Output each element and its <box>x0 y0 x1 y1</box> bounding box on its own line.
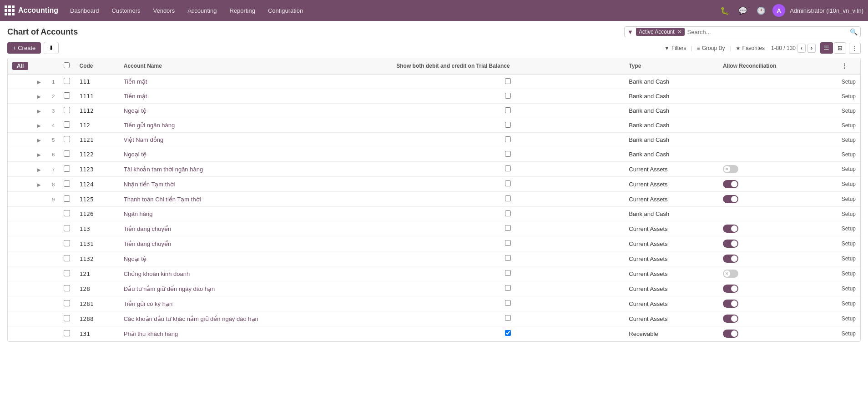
account-name[interactable]: Tiền mặt <box>119 89 392 104</box>
reconcile-toggle[interactable]: ✓ <box>723 255 738 263</box>
account-name[interactable]: Tiền đang chuyển <box>119 236 392 251</box>
select-all-checkbox[interactable] <box>64 62 70 68</box>
account-name[interactable]: Tài khoản tạm thời ngân hàng <box>119 162 392 177</box>
setup-link[interactable]: Setup <box>837 296 860 311</box>
trial-balance-checkbox[interactable] <box>505 330 511 336</box>
trial-balance-checkbox[interactable] <box>505 180 511 186</box>
setup-link[interactable]: Setup <box>837 162 860 177</box>
account-name[interactable]: Nhận tiền Tạm thời <box>119 177 392 192</box>
search-input[interactable] <box>687 29 847 35</box>
upload-button[interactable]: ⬇ <box>44 42 59 54</box>
row-checkbox[interactable] <box>64 285 70 291</box>
clock-icon[interactable]: 🕐 <box>754 4 768 17</box>
trial-balance-checkbox[interactable] <box>505 93 511 99</box>
filters-button[interactable]: ▼ Filters <box>661 43 690 53</box>
row-checkbox[interactable] <box>64 300 70 306</box>
setup-link[interactable]: Setup <box>837 236 860 251</box>
expand-icon[interactable]: ▶ <box>37 80 41 85</box>
reconcile-toggle[interactable]: ✓ <box>723 285 738 293</box>
trial-balance-checkbox[interactable] <box>505 210 511 216</box>
setup-link[interactable]: Setup <box>837 192 860 207</box>
account-name[interactable]: Phải thu khách hàng <box>119 326 392 341</box>
trial-balance-checkbox[interactable] <box>505 255 511 261</box>
setup-link[interactable]: Setup <box>837 147 860 162</box>
trial-balance-checkbox[interactable] <box>505 122 511 128</box>
groupby-button[interactable]: ≡ Group By <box>693 43 729 53</box>
row-checkbox[interactable] <box>64 165 70 172</box>
setup-link[interactable]: Setup <box>837 326 860 341</box>
expand-icon[interactable]: ▶ <box>37 152 41 157</box>
nav-item-reporting[interactable]: Reporting <box>223 0 262 21</box>
expand-icon[interactable]: ▶ <box>37 167 41 172</box>
nav-item-accounting[interactable]: Accounting <box>181 0 223 21</box>
more-options-button[interactable]: ⋮ <box>849 43 861 54</box>
trial-balance-checkbox[interactable] <box>505 285 511 291</box>
account-name[interactable]: Tiền đang chuyển <box>119 221 392 236</box>
nav-item-dashboard[interactable]: Dashboard <box>64 0 106 21</box>
trial-balance-checkbox[interactable] <box>505 300 511 306</box>
row-checkbox[interactable] <box>64 210 70 216</box>
setup-link[interactable]: Setup <box>837 177 860 192</box>
row-checkbox[interactable] <box>64 121 70 128</box>
reconcile-toggle[interactable]: ✓ <box>723 180 738 188</box>
row-checkbox[interactable] <box>64 195 70 202</box>
row-checkbox[interactable] <box>64 225 70 231</box>
th-code[interactable]: Code <box>75 58 119 74</box>
reconcile-toggle[interactable]: ✓ <box>723 195 738 203</box>
expand-icon[interactable]: ▶ <box>37 109 41 114</box>
reconcile-toggle[interactable]: ✓ <box>723 240 738 248</box>
trial-balance-checkbox[interactable] <box>505 225 511 231</box>
account-name[interactable]: Tiền gửi ngân hàng <box>119 118 392 133</box>
expand-icon[interactable]: ▶ <box>37 94 41 99</box>
setup-link[interactable]: Setup <box>837 118 860 133</box>
account-name[interactable]: Ngoại tệ <box>119 104 392 118</box>
account-name[interactable]: Ngoại tệ <box>119 251 392 266</box>
row-checkbox[interactable] <box>64 330 70 336</box>
setup-link[interactable]: Setup <box>837 251 860 266</box>
setup-link[interactable]: Setup <box>837 281 860 296</box>
account-name[interactable]: Việt Nam đồng <box>119 133 392 147</box>
favorites-button[interactable]: ★ Favorites <box>732 43 768 53</box>
setup-link[interactable]: Setup <box>837 133 860 147</box>
grid-view-button[interactable]: ⊞ <box>834 42 846 54</box>
list-view-button[interactable]: ☰ <box>820 42 833 54</box>
setup-link[interactable]: Setup <box>837 74 860 89</box>
nav-item-vendors[interactable]: Vendors <box>146 0 181 21</box>
account-name[interactable]: Tiền mặt <box>119 74 392 89</box>
nav-item-customers[interactable]: Customers <box>106 0 147 21</box>
app-logo[interactable]: Accounting <box>5 5 58 15</box>
row-checkbox[interactable] <box>64 240 70 246</box>
user-label[interactable]: Administrator (l10n_vn_viIn) <box>790 7 863 14</box>
reconcile-toggle[interactable]: ✓ <box>723 300 738 308</box>
reconcile-toggle[interactable]: ✓ <box>723 225 738 233</box>
nav-item-configuration[interactable]: Configuration <box>262 0 309 21</box>
trial-balance-checkbox[interactable] <box>505 315 511 321</box>
th-type[interactable]: Type <box>624 58 718 74</box>
reconcile-toggle[interactable]: ✓ <box>723 330 738 338</box>
trial-balance-checkbox[interactable] <box>505 195 511 201</box>
th-reconcile[interactable]: Allow Reconciliation <box>718 58 837 74</box>
reconcile-toggle[interactable]: ✕ <box>723 165 738 173</box>
account-name[interactable]: Đầu tư nắm giữ đến ngày đáo hạn <box>119 281 392 296</box>
account-name[interactable]: Tiền gửi có kỳ hạn <box>119 296 392 311</box>
search-button[interactable]: 🔍 <box>850 28 858 35</box>
account-name[interactable]: Ngoại tệ <box>119 147 392 162</box>
th-trial[interactable]: Show both debit and credit on Trial Bala… <box>392 58 624 74</box>
row-checkbox[interactable] <box>64 92 70 99</box>
th-name[interactable]: Account Name <box>119 58 392 74</box>
next-page-button[interactable]: › <box>807 44 816 53</box>
trial-balance-checkbox[interactable] <box>505 78 511 84</box>
setup-link[interactable]: Setup <box>837 207 860 221</box>
setup-link[interactable]: Setup <box>837 311 860 326</box>
trial-balance-checkbox[interactable] <box>505 107 511 113</box>
create-button[interactable]: + Create <box>7 42 41 54</box>
remove-filter-icon[interactable]: ✕ <box>677 29 682 35</box>
account-name[interactable]: Chứng khoán kinh doanh <box>119 266 392 281</box>
row-checkbox[interactable] <box>64 78 70 84</box>
expand-icon[interactable]: ▶ <box>37 123 41 128</box>
row-checkbox[interactable] <box>64 315 70 321</box>
trial-balance-checkbox[interactable] <box>505 165 511 171</box>
setup-link[interactable]: Setup <box>837 104 860 118</box>
bug-icon[interactable]: 🐛 <box>718 4 732 17</box>
setup-link[interactable]: Setup <box>837 266 860 281</box>
